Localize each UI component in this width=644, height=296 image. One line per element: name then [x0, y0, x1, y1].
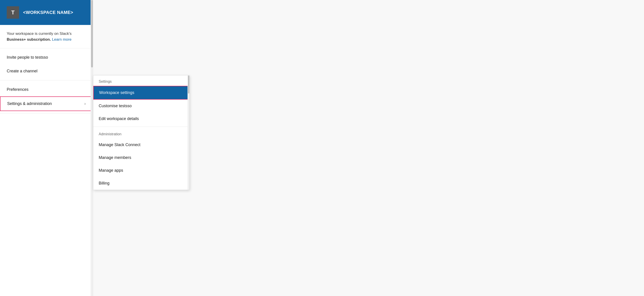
manage-members-item[interactable]: Manage members	[93, 151, 189, 164]
menu-section-settings: Preferences Settings & administration ›	[0, 80, 93, 113]
settings-admin-item[interactable]: Settings & administration ›	[0, 96, 93, 111]
submenu-panel: Settings Workspace settings Customise te…	[93, 75, 190, 190]
customise-item[interactable]: Customise testsso	[93, 100, 189, 112]
manage-slack-connect-label: Manage Slack Connect	[99, 142, 140, 147]
submenu-divider	[93, 126, 189, 127]
workspace-avatar: T	[7, 6, 19, 19]
subscription-bold: Business+ subscription.	[7, 37, 51, 42]
create-channel-label: Create a channel	[7, 69, 38, 73]
customise-label: Customise testsso	[99, 104, 132, 108]
manage-members-label: Manage members	[99, 155, 131, 160]
invite-people-item[interactable]: Invite people to testsso	[0, 51, 93, 64]
preferences-item[interactable]: Preferences	[0, 83, 93, 96]
menu-section-main: Invite people to testsso Create a channe…	[0, 48, 93, 80]
scroll-thumb[interactable]	[91, 0, 93, 67]
submenu-scrollbar[interactable]	[188, 76, 189, 190]
invite-people-label: Invite people to testsso	[7, 55, 48, 60]
workspace-header[interactable]: T <WORKSPACE NAME>	[0, 0, 93, 25]
avatar-letter: T	[11, 10, 14, 16]
settings-admin-label: Settings & administration	[7, 101, 52, 106]
settings-admin-chevron: ›	[84, 101, 86, 106]
manage-slack-connect-item[interactable]: Manage Slack Connect	[93, 138, 189, 151]
edit-workspace-item[interactable]: Edit workspace details	[93, 112, 189, 125]
preferences-label: Preferences	[7, 87, 28, 92]
manage-apps-label: Manage apps	[99, 168, 123, 173]
app-container: T <WORKSPACE NAME> Your workspace is cur…	[0, 0, 644, 296]
subscription-text-before: Your workspace is currently on Slack's	[7, 32, 72, 36]
billing-label: Billing	[99, 181, 110, 185]
subscription-text: Your workspace is currently on Slack's B…	[7, 31, 86, 42]
scrollbar[interactable]	[90, 0, 93, 296]
settings-section-label: Settings	[93, 76, 189, 86]
workspace-settings-item[interactable]: Workspace settings	[93, 86, 189, 100]
workspace-name: <WORKSPACE NAME>	[23, 10, 73, 15]
learn-more-link[interactable]: Learn more	[52, 37, 72, 42]
workspace-settings-label: Workspace settings	[99, 90, 134, 95]
subscription-banner: Your workspace is currently on Slack's B…	[0, 25, 93, 48]
edit-workspace-label: Edit workspace details	[99, 116, 139, 121]
submenu-scroll-thumb[interactable]	[188, 76, 189, 93]
administration-section-label: Administration	[93, 128, 189, 138]
manage-apps-item[interactable]: Manage apps	[93, 164, 189, 177]
primary-menu: T <WORKSPACE NAME> Your workspace is cur…	[0, 0, 93, 296]
create-channel-item[interactable]: Create a channel	[0, 64, 93, 78]
billing-item[interactable]: Billing	[93, 177, 189, 190]
